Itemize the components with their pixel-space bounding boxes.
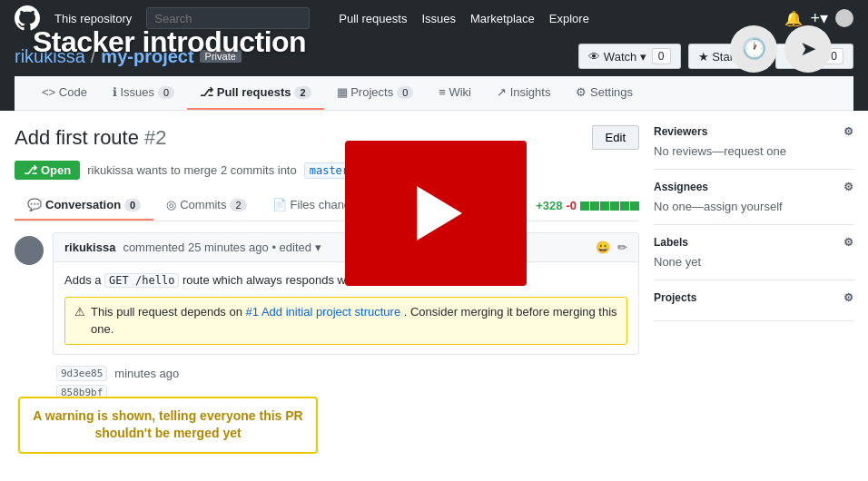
diff-bar [580,201,639,211]
pr-tab-conversation[interactable]: 💬 Conversation 0 [15,191,153,221]
commenter-avatar [15,236,44,265]
comment-block: rikukissa commented 25 minutes ago • edi… [15,232,639,355]
files-icon: 📄 [272,198,287,211]
pr-number: #2 [144,126,166,149]
labels-section: Labels ⚙ None yet [654,236,853,280]
comment-meta: commented 25 minutes ago • edited ▾ [123,240,321,254]
projects-header: Projects ⚙ [654,291,853,304]
pr-tab-commits[interactable]: ◎ Commits 2 [153,191,259,221]
annotation-box: A warning is shown, telling everyone thi… [18,397,318,454]
nav-marketplace[interactable]: Marketplace [470,12,535,25]
watch-button[interactable]: 👁 Watch ▾ 0 [578,44,681,69]
commit-item-1: 9d3ee85 minutes ago [53,366,639,381]
edit-comment-icon[interactable]: ✏ [617,240,627,254]
code-snippet: GET /hello [104,273,179,288]
tab-code[interactable]: <> Code [29,76,100,110]
pr-title: Add first route #2 [15,126,167,150]
commit-list: 9d3ee85 minutes ago 858b9bf [15,366,639,400]
avatar[interactable] [835,9,853,27]
pr-tabs: 💬 Conversation 0 ◎ Commits 2 📄 Files cha… [15,191,639,221]
assignees-gear[interactable]: ⚙ [843,181,853,193]
reviewers-value: No reviews—request one [654,144,786,158]
labels-value: None yet [654,255,701,269]
reaction-icon[interactable]: 😀 [596,240,610,254]
share-icon: ➤ [800,37,816,61]
history-icon: 🕐 [742,37,766,61]
warning-icon: ⚠ [74,303,85,321]
video-play-overlay[interactable] [345,141,527,286]
tab-settings[interactable]: ⚙ Settings [563,76,646,110]
commit-time-1: minutes ago [114,367,179,380]
repo-tabs: <> Code ℹ Issues 0 ⎇ Pull requests 2 ▦ P… [15,76,853,111]
main-left: Add first route #2 Edit ⎇ Open rikukissa… [15,125,639,400]
comment-author[interactable]: rikukissa [64,240,115,254]
tab-projects[interactable]: ▦ Projects 0 [324,76,427,110]
play-icon [417,186,462,240]
nav-explore[interactable]: Explore [549,12,589,25]
tab-pull-requests[interactable]: ⎇ Pull requests 2 [187,76,323,110]
diff-stats: +328 -0 [536,191,639,221]
nav-issues[interactable]: Issues [421,12,456,25]
comment-actions: 😀 ✏ [596,240,627,254]
edit-button[interactable]: Edit [592,125,639,150]
this-repository-btn[interactable]: This repository [54,12,132,25]
deletions: -0 [566,199,577,212]
projects-section: Projects ⚙ [654,291,853,321]
nav-links: Pull requests Issues Marketplace Explore [339,12,589,25]
nav-pull-requests[interactable]: Pull requests [339,12,407,25]
labels-header: Labels ⚙ [654,236,853,249]
pr-description: rikukissa wants to merge 2 commits into [87,163,296,177]
labels-gear[interactable]: ⚙ [843,236,853,249]
notifications-icon[interactable]: 🔔 [784,10,803,27]
commit-hash-1[interactable]: 9d3ee85 [56,366,107,381]
warning-box: ⚠ This pull request depends on #1 Add in… [64,297,627,345]
tab-issues[interactable]: ℹ Issues 0 [100,76,187,110]
pr-open-badge: ⎇ Open [15,161,80,180]
reviewers-gear[interactable]: ⚙ [843,125,853,138]
pr-title-row: Add first route #2 Edit [15,125,639,150]
merge-icon: ⎇ [24,163,37,177]
watch-count: 0 [652,48,671,64]
nav-right: 🔔 +▾ [784,8,853,28]
assignees-header: Assignees ⚙ [654,181,853,193]
commits-icon: ◎ [166,198,176,211]
assignees-value: No one—assign yourself [654,200,783,213]
warning-link[interactable]: #1 Add initial project structure [246,305,401,319]
share-circle[interactable]: ➤ [784,25,832,73]
reviewers-section: Reviewers ⚙ No reviews—request one [654,125,853,170]
conversation-icon: 💬 [27,198,42,211]
reviewers-header: Reviewers ⚙ [654,125,853,138]
tab-insights[interactable]: ↗ Insights [484,76,563,110]
additions: +328 [536,199,562,212]
projects-gear[interactable]: ⚙ [843,291,853,304]
history-circle[interactable]: 🕐 [730,25,777,73]
right-panel: Reviewers ⚙ No reviews—request one Assig… [654,125,853,400]
tab-wiki[interactable]: ≡ Wiki [426,76,484,110]
pr-status-row: ⎇ Open rikukissa wants to merge 2 commit… [15,161,639,180]
eye-icon: 👁 [588,50,600,64]
stacker-intro-title: Stacker introduction [33,25,306,59]
assignees-section: Assignees ⚙ No one—assign yourself [654,181,853,225]
